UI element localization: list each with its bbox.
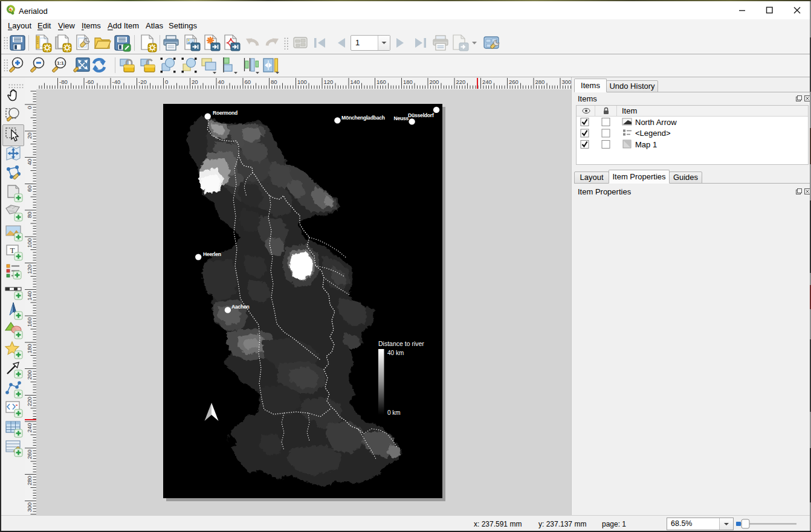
svg-text:240: 240 — [482, 79, 492, 85]
svg-text:0 km: 0 km — [387, 409, 401, 416]
svg-text:100: 100 — [26, 239, 33, 248]
svg-text:Distance to river: Distance to river — [378, 340, 424, 347]
svg-text:Mönchengladbach: Mönchengladbach — [341, 115, 385, 121]
svg-text:160: 160 — [26, 318, 33, 327]
svg-text:140: 140 — [26, 291, 33, 301]
svg-text:Heerlen: Heerlen — [203, 251, 221, 257]
svg-text:40: 40 — [218, 79, 225, 85]
svg-text:-80: -80 — [59, 79, 68, 85]
svg-text:120: 120 — [324, 79, 334, 85]
svg-text:280: 280 — [535, 79, 545, 85]
svg-text:300: 300 — [26, 502, 33, 512]
svg-text:200: 200 — [430, 79, 439, 85]
svg-text:T: T — [10, 246, 15, 255]
svg-text:40 km: 40 km — [387, 350, 404, 356]
svg-text:160: 160 — [376, 79, 386, 85]
svg-text:240: 240 — [26, 423, 33, 433]
svg-text:20: 20 — [192, 79, 198, 85]
svg-text:40: 40 — [26, 159, 33, 165]
svg-text:260: 260 — [509, 79, 519, 85]
svg-text:-20: -20 — [138, 79, 147, 85]
svg-text:Roermond: Roermond — [213, 110, 237, 116]
svg-text:80: 80 — [26, 212, 33, 219]
svg-text:-60: -60 — [86, 79, 94, 85]
svg-text:100: 100 — [297, 79, 307, 85]
svg-text:60: 60 — [26, 185, 33, 192]
svg-text:Düsseldorf: Düsseldorf — [408, 112, 434, 118]
svg-text:220: 220 — [456, 79, 466, 85]
svg-text:0: 0 — [26, 106, 33, 109]
svg-text:300: 300 — [562, 79, 572, 85]
svg-text:260: 260 — [26, 450, 33, 460]
svg-text:280: 280 — [26, 476, 33, 486]
svg-text:80: 80 — [271, 79, 277, 85]
svg-text:60: 60 — [245, 79, 251, 85]
svg-text:180: 180 — [403, 79, 413, 85]
svg-text:0: 0 — [165, 79, 168, 85]
svg-text:Aachen: Aachen — [231, 304, 250, 310]
svg-text:180: 180 — [26, 344, 33, 354]
svg-text:120: 120 — [26, 264, 33, 274]
svg-text:200: 200 — [26, 370, 33, 380]
svg-text:1:1: 1:1 — [57, 60, 64, 66]
svg-text:Neuss: Neuss — [393, 115, 409, 121]
svg-text:20: 20 — [26, 133, 33, 139]
svg-text:220: 220 — [26, 397, 33, 406]
svg-text:140: 140 — [351, 79, 360, 85]
svg-text:-40: -40 — [112, 79, 121, 85]
